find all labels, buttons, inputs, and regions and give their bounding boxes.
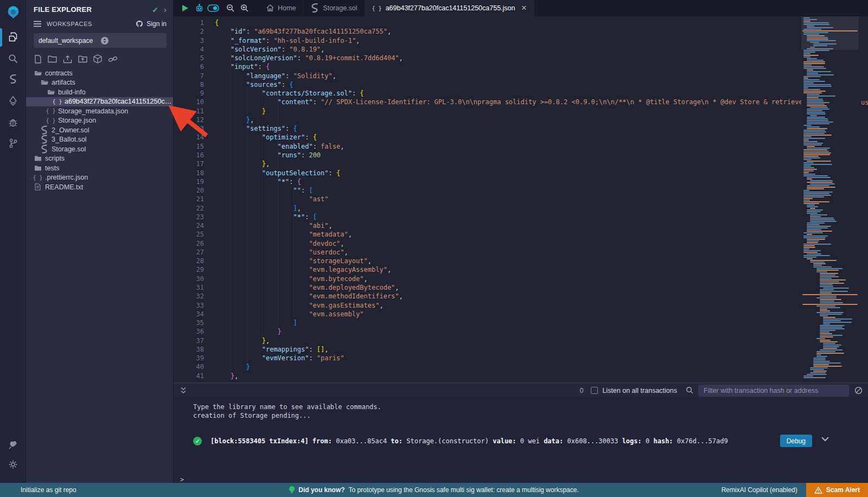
copilot-status[interactable]: RemixAI Copilot (enabled) [722, 486, 797, 494]
lightbulb-icon [289, 486, 295, 494]
check-icon: ✓ [152, 5, 158, 14]
tree-item-build-info[interactable]: build-info [26, 87, 173, 97]
file-explorer-icon[interactable] [0, 27, 26, 47]
tab-a69b43f277ba20fcac141151250ca755-json[interactable]: { }a69b43f277ba20fcac141151250ca755.json… [365, 0, 535, 16]
indent-guide [278, 98, 278, 327]
zoom-in-icon[interactable] [238, 0, 252, 16]
code-editor[interactable]: 1234567891011121314151617181920212223242… [174, 16, 868, 383]
tree-item--prettierrc-json[interactable]: { }.prettierrc.json [26, 173, 173, 183]
publish-to-ipfs-icon[interactable] [93, 54, 102, 63]
scam-alert-label: Scam Alert [826, 486, 860, 494]
transaction-filter-input[interactable] [698, 385, 849, 397]
init-git-repo-button[interactable]: Initialize as git repo [21, 486, 76, 494]
hamburger-menu-icon[interactable] [34, 21, 41, 27]
workspace-name: default_workspace [39, 37, 100, 44]
new-folder-icon[interactable] [48, 55, 57, 63]
activity-bar [0, 0, 26, 483]
tree-item-tests[interactable]: tests [26, 163, 173, 173]
tree-item-3-ballot-sol[interactable]: 3_Ballot.sol [26, 135, 173, 145]
tree-item-label: artifacts [52, 79, 75, 86]
folder-open-icon [47, 89, 55, 95]
editor-area: HomeStorage.sol{ }a69b43f277ba20fcac1411… [174, 0, 868, 483]
search-icon[interactable] [686, 386, 694, 394]
code-line: "content": "// SPDX-License-Identifier: … [215, 98, 868, 106]
terminal-panel: 0 Listen on all transactions Type the li… [174, 383, 868, 483]
solidity-icon [40, 144, 48, 154]
clear-console-icon[interactable] [854, 386, 863, 394]
upload-file-icon[interactable] [63, 55, 72, 63]
code-line: "evm.assembly" [215, 310, 868, 318]
terminal-collapse-icon[interactable] [180, 387, 187, 394]
json-icon: { } [47, 118, 55, 124]
code-line: "storageLayout", [215, 257, 868, 265]
tree-item-artifacts[interactable]: artifacts [26, 78, 173, 88]
code-line: "abi", [215, 221, 868, 230]
import-from-url-icon[interactable] [108, 55, 118, 63]
code-line: "evm.methodIdentifiers", [215, 292, 868, 301]
tree-item-label: a69b43f277ba20fcac141151250ca7... [65, 98, 173, 105]
tree-item-a69b43f277ba20fcac141151250ca7-[interactable]: { }a69b43f277ba20fcac141151250ca7... [26, 97, 173, 107]
tree-item-label: .prettierrc.json [45, 174, 88, 181]
tree-item-label: README.txt [45, 183, 83, 191]
settings-icon[interactable] [0, 455, 26, 474]
tree-item-contracts[interactable]: contracts [26, 68, 173, 78]
deploy-and-run-icon[interactable] [0, 91, 26, 111]
terminal-log-line: creation of Storage pending... [193, 411, 868, 420]
solidity-compiler-icon[interactable] [0, 69, 26, 89]
run-script-button[interactable] [178, 0, 192, 16]
search-icon[interactable] [0, 49, 26, 68]
json-icon: { } [53, 99, 61, 105]
transaction-summary: [block:5583405 txIndex:4] from: 0xa03...… [210, 437, 728, 445]
tree-item-storage-metadata-json[interactable]: { }Storage_metadata.json [26, 106, 173, 116]
debugger-icon[interactable] [0, 113, 26, 132]
code-line: } [215, 327, 868, 336]
code-line: "*": { [215, 177, 868, 186]
code-line: { [215, 18, 868, 27]
chevron-right-icon[interactable]: › [164, 5, 167, 14]
tree-item-label: scripts [45, 155, 65, 162]
terminal-output: Type the library name to see available c… [174, 398, 868, 447]
listen-all-transactions-checkbox[interactable] [591, 387, 598, 394]
tree-item-2-owner-sol[interactable]: 2_Owner.sol [26, 125, 173, 135]
code-line: }, [215, 336, 868, 345]
debug-button[interactable]: Debug [780, 435, 812, 447]
code-line: "ast" [215, 195, 868, 203]
tab-home[interactable]: Home [259, 0, 303, 16]
minimap[interactable] [801, 16, 859, 383]
success-check-icon: ✓ [193, 437, 202, 445]
editor-toolbar-tabbar: HomeStorage.sol{ }a69b43f277ba20fcac1411… [174, 0, 868, 16]
workspaces-label: WORKSPACES [47, 21, 135, 27]
tree-item-scripts[interactable]: scripts [26, 154, 173, 164]
tree-item-storage-sol[interactable]: Storage.sol [26, 144, 173, 154]
expand-transaction-icon[interactable] [821, 437, 829, 442]
solidity-icon [40, 135, 48, 144]
terminal-prompt[interactable]: > [180, 476, 184, 483]
remixai-assistant-icon[interactable] [192, 0, 206, 16]
json-icon: { } [47, 108, 55, 114]
tree-item-label: Storage.json [58, 117, 96, 124]
git-icon[interactable] [0, 133, 26, 153]
ai-copilot-toggle[interactable] [206, 0, 220, 16]
zoom-out-icon[interactable] [224, 0, 238, 16]
transaction-log-row[interactable]: ✓ [block:5583405 txIndex:4] from: 0xa03.… [193, 435, 868, 447]
tab-storage-sol[interactable]: Storage.sol [303, 0, 365, 16]
tip-title: Did you know? [298, 486, 344, 494]
upload-folder-icon[interactable] [78, 55, 87, 63]
listen-all-transactions-label: Listen on all transactions [602, 387, 677, 394]
tree-item-storage-json[interactable]: { }Storage.json [26, 116, 173, 126]
tree-item-readme-txt[interactable]: README.txt [26, 182, 173, 192]
tip-text: To prototype using the Gnosis safe multi… [349, 486, 579, 494]
indent-guide [262, 89, 263, 336]
new-file-icon[interactable] [34, 55, 42, 63]
code-line: "metadata", [215, 230, 868, 239]
remix-logo-icon[interactable] [0, 2, 26, 22]
scam-alert-badge[interactable]: Scam Alert [806, 483, 868, 497]
close-tab-icon[interactable]: ✕ [521, 4, 527, 12]
overflowing-code-fragment: us [859, 98, 868, 107]
code-line: }, [215, 116, 868, 124]
indent-guide [246, 72, 247, 372]
plugin-manager-icon[interactable] [0, 435, 26, 455]
home-icon [266, 4, 274, 11]
workspace-select[interactable]: default_workspace [34, 33, 167, 48]
github-sign-in-button[interactable]: Sign in [135, 20, 167, 28]
